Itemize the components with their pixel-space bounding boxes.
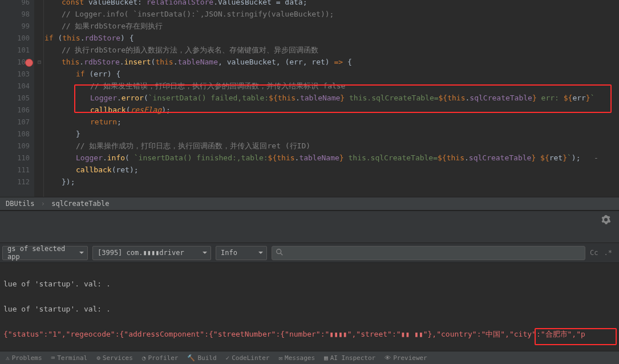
log-output[interactable]: lue of 'startup'. val: . lue of 'startup… (0, 263, 619, 359)
ai-icon: ▦ (324, 354, 328, 362)
svg-point-0 (277, 249, 281, 253)
code-line[interactable]: const valueBucket: relationalStore.Value… (44, 0, 619, 8)
line-number: 110 (0, 154, 30, 162)
app-selector-label: gs of selected app (7, 245, 77, 261)
code-editor[interactable]: 9698991001011021031041051061071081091101… (0, 0, 619, 197)
line-number: 99 (0, 22, 30, 30)
tab-codelinter[interactable]: ✓CodeLinter (226, 354, 270, 362)
code-line[interactable]: // 如果操作成功，打印日志，执行回调函数，并传入返回ret (行ID) (44, 140, 619, 152)
codelinter-icon: ✓ (226, 354, 230, 362)
line-number: 96 (0, 0, 30, 6)
gear-icon[interactable] (601, 215, 610, 224)
app-selector-dropdown[interactable]: gs of selected app (2, 246, 88, 260)
problems-icon: ⚠ (6, 354, 10, 362)
tool-panel-header (0, 211, 619, 242)
line-number: 112 (0, 178, 30, 186)
services-icon: ⚙ (96, 354, 100, 362)
tab-profiler[interactable]: ◔Profiler (142, 354, 179, 362)
match-case-toggle[interactable]: Cc (590, 249, 598, 257)
tab-previewer[interactable]: 👁Previewer (385, 354, 427, 362)
breadcrumb[interactable]: DBUtils › sqlCreateTable (0, 197, 619, 211)
code-line[interactable]: // Logger.info( `insertData():`,JSON.str… (44, 9, 619, 20)
terminal-icon: ⌨ (51, 354, 55, 362)
tab-problems[interactable]: ⚠Problems (6, 354, 42, 362)
process-selector-label: [3995] com.▮▮▮▮driver (98, 249, 184, 257)
svg-line-1 (281, 253, 283, 255)
log-line: lue of 'startup'. val: . (3, 278, 616, 290)
bottom-toolbar: ⚠Problems ⌨Terminal ⚙Services ◔Profiler … (0, 351, 619, 364)
breadcrumb-item[interactable]: sqlCreateTable (51, 200, 109, 208)
line-number: 106 (0, 106, 30, 114)
code-line[interactable]: Logger.info( `insertData() finished:,tab… (44, 152, 619, 164)
line-number: 103 (0, 70, 30, 78)
fold-column (34, 0, 44, 197)
profiler-icon: ◔ (142, 354, 146, 362)
tab-terminal[interactable]: ⌨Terminal (51, 354, 88, 362)
line-number: 101 (0, 46, 30, 54)
line-number: 105 (0, 94, 30, 102)
line-number: 104 (0, 82, 30, 90)
code-line[interactable]: // 如果发生错误，打印日志，执行入参的回调函数，并传入结果标识 false (44, 80, 619, 92)
tab-services[interactable]: ⚙Services (96, 354, 133, 362)
breadcrumb-item[interactable]: DBUtils (6, 200, 35, 208)
code-line[interactable]: // 如果rdbStore存在则执行 (44, 21, 619, 32)
gutter: 9698991001011021031041051061071081091101… (0, 0, 34, 197)
code-line[interactable]: return; (44, 116, 619, 128)
preview-icon: 👁 (385, 354, 391, 362)
regex-toggle[interactable]: .* (604, 249, 612, 257)
line-number: 100 (0, 34, 30, 42)
log-level-dropdown[interactable]: Info (216, 246, 267, 260)
line-number: 111 (0, 166, 30, 174)
process-selector-dropdown[interactable]: [3995] com.▮▮▮▮driver (92, 246, 211, 260)
line-number: 108 (0, 130, 30, 138)
code-line[interactable]: if (this.rdbStore) { (44, 33, 619, 44)
breakpoint-marker[interactable] (25, 59, 33, 67)
log-line: lue of 'startup'. val: . (3, 303, 616, 316)
code-line[interactable]: }); (44, 176, 619, 188)
code-line[interactable]: this.rdbStore.insert(this.tableName, val… (44, 56, 619, 68)
code-line[interactable]: Logger.error(`insertData() failed,table:… (44, 92, 619, 104)
code-line[interactable]: // 执行rdbStore的插入数据方法，入参为表名、存储键值对、异步回调函数 (44, 45, 619, 56)
code-line[interactable]: if (err) { (44, 68, 619, 80)
search-icon (276, 248, 284, 256)
log-search-input[interactable] (272, 246, 585, 260)
fold-toggle-icon[interactable]: ⊟ (37, 59, 42, 65)
tab-messages[interactable]: ✉Messages (278, 354, 315, 362)
log-line-error: {"status":"1","regeocode":{"addressCompo… (3, 328, 616, 341)
code-line[interactable]: callback(resFlag); (44, 104, 619, 116)
build-icon: 🔨 (187, 354, 195, 362)
line-number: 98 (0, 10, 30, 18)
tab-build[interactable]: 🔨Build (187, 354, 216, 362)
search-options: Cc .* (590, 249, 617, 257)
log-level-label: Info (221, 249, 237, 257)
code-area[interactable]: const valueBucket: relationalStore.Value… (44, 0, 619, 197)
line-number: 107 (0, 118, 30, 126)
tab-ai-inspector[interactable]: ▦AI Inspector (324, 354, 375, 362)
breadcrumb-sep: › (41, 200, 45, 208)
messages-icon: ✉ (278, 354, 282, 362)
code-line[interactable]: } (44, 128, 619, 140)
code-line[interactable]: callback(ret); (44, 164, 619, 176)
line-number: 109 (0, 142, 30, 150)
log-filter-bar: gs of selected app [3995] com.▮▮▮▮driver… (0, 242, 619, 263)
